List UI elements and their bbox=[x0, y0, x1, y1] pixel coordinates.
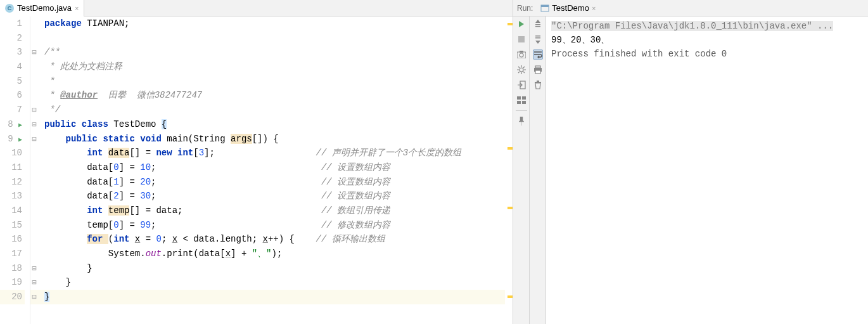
stop-icon[interactable] bbox=[516, 34, 527, 44]
run-header-label: Run: bbox=[517, 4, 533, 13]
console-exit-line: Process finished with exit code 0 bbox=[551, 47, 863, 61]
fold-toggle-icon[interactable]: ⊟ bbox=[30, 46, 38, 60]
settings-icon[interactable] bbox=[516, 65, 527, 75]
fold-toggle-icon[interactable]: ⊟ bbox=[30, 133, 38, 147]
trash-icon[interactable] bbox=[533, 80, 543, 90]
camera-icon[interactable] bbox=[516, 49, 527, 60]
fold-end-icon[interactable]: ⊟ bbox=[30, 262, 38, 276]
fold-end-icon[interactable]: ⊟ bbox=[30, 103, 38, 118]
pin-icon[interactable] bbox=[516, 116, 527, 126]
console-command-line: "C:\Program Files\Java\jdk1.8.0_111\bin\… bbox=[551, 21, 833, 31]
svg-rect-1 bbox=[541, 5, 549, 7]
run-config-name: TestDemo bbox=[552, 3, 589, 13]
line-number-gutter: 12345678 ▶9 ▶1011121314151617181920 bbox=[0, 16, 30, 324]
svg-rect-10 bbox=[517, 101, 521, 104]
run-config-tab[interactable]: TestDemo × bbox=[538, 3, 598, 13]
fold-end-icon[interactable]: ⊟ bbox=[30, 276, 38, 290]
error-stripe bbox=[505, 16, 513, 324]
fold-gutter: ⊟⊟⊟⊟⊟⊟⊟ bbox=[30, 16, 44, 324]
layout-icon[interactable] bbox=[516, 95, 527, 105]
run-header: Run: TestDemo × bbox=[513, 0, 868, 16]
svg-rect-20 bbox=[537, 81, 539, 82]
run-gutter-icon[interactable]: ▶ bbox=[18, 136, 22, 143]
rerun-icon[interactable] bbox=[516, 19, 527, 29]
svg-rect-2 bbox=[518, 36, 525, 42]
editor-panel: C TestDemo.java × 12345678 ▶9 ▶101112131… bbox=[0, 0, 513, 324]
soft-wrap-icon[interactable] bbox=[533, 49, 543, 60]
close-icon[interactable]: × bbox=[75, 4, 79, 12]
svg-rect-16 bbox=[535, 66, 540, 68]
run-gutter-icon[interactable]: ▶ bbox=[18, 122, 22, 129]
fold-toggle-icon[interactable]: ⊟ bbox=[30, 118, 38, 133]
svg-point-6 bbox=[520, 68, 523, 72]
svg-rect-18 bbox=[535, 70, 540, 74]
exit-icon[interactable] bbox=[516, 80, 527, 90]
editor-tab[interactable]: C TestDemo.java × bbox=[0, 0, 84, 16]
run-panel: Run: TestDemo × bbox=[513, 0, 868, 324]
fold-end-icon[interactable]: ⊟ bbox=[30, 290, 38, 305]
console-stdout-line: 99、20、30、 bbox=[551, 33, 863, 47]
svg-rect-11 bbox=[522, 101, 526, 104]
svg-rect-13 bbox=[535, 26, 540, 27]
up-stack-icon[interactable] bbox=[533, 19, 543, 29]
print-icon[interactable] bbox=[533, 65, 543, 75]
svg-point-4 bbox=[520, 53, 523, 57]
run-toolbar-primary bbox=[513, 16, 530, 324]
svg-rect-12 bbox=[535, 24, 540, 25]
down-stack-icon[interactable] bbox=[533, 34, 543, 44]
application-icon bbox=[540, 4, 549, 13]
run-toolbar-secondary bbox=[530, 16, 546, 324]
svg-rect-8 bbox=[517, 96, 521, 100]
close-icon[interactable]: × bbox=[592, 4, 596, 12]
code-area[interactable]: package TIANPAN; /** * 此处为文档注释 * * @auth… bbox=[44, 16, 505, 324]
svg-rect-15 bbox=[535, 37, 540, 39]
editor-body[interactable]: 12345678 ▶9 ▶1011121314151617181920 ⊟⊟⊟⊟… bbox=[0, 16, 513, 324]
java-class-icon: C bbox=[5, 4, 14, 13]
svg-rect-9 bbox=[522, 96, 526, 100]
editor-tab-filename: TestDemo.java bbox=[17, 3, 72, 13]
console-output[interactable]: "C:\Program Files\Java\jdk1.8.0_111\bin\… bbox=[546, 16, 868, 324]
svg-rect-14 bbox=[535, 36, 540, 37]
editor-tab-bar: C TestDemo.java × bbox=[0, 0, 513, 16]
svg-rect-5 bbox=[520, 51, 523, 53]
